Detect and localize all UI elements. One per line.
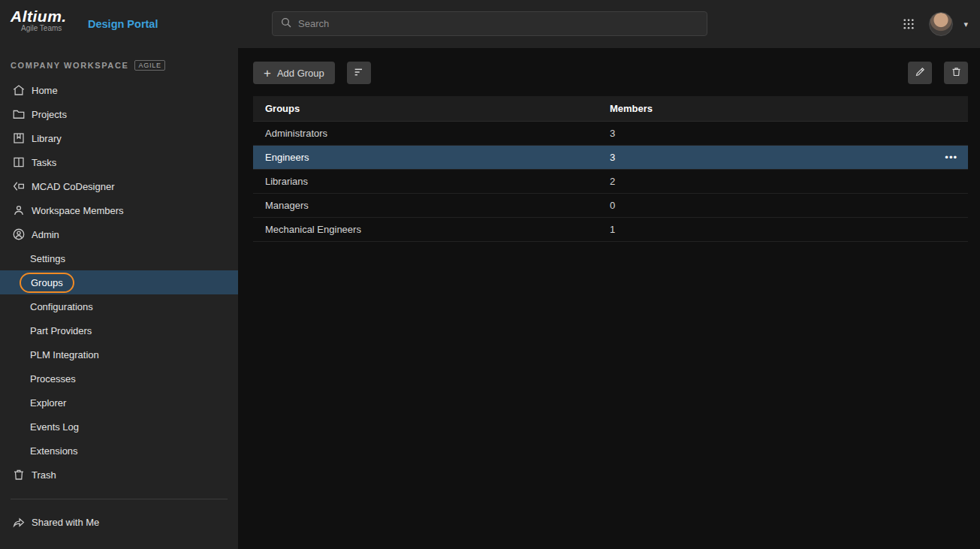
sidebar-item-label: Library: [32, 133, 62, 144]
sidebar-item-shared-with-me[interactable]: Shared with Me: [0, 510, 238, 534]
group-name-cell: Librarians: [253, 176, 610, 187]
sidebar-subitem-label: Configurations: [30, 301, 93, 312]
table-row[interactable]: Administrators 3: [253, 122, 968, 146]
search-bar[interactable]: [272, 11, 707, 36]
column-header-members: Members: [610, 103, 968, 114]
sidebar-item-groups[interactable]: Groups: [0, 270, 238, 294]
groups-toolbar: + Add Group: [238, 48, 980, 84]
sidebar-item-label: Home: [32, 85, 58, 96]
sidebar: COMPANY WORKSPACE AGILE Home Projects Li…: [0, 48, 238, 549]
home-icon: [11, 83, 26, 98]
pencil-icon: [915, 66, 926, 80]
sidebar-subitem-label: Groups: [31, 277, 63, 288]
group-name-cell: Administrators: [253, 128, 610, 139]
sidebar-item-settings[interactable]: Settings: [0, 246, 238, 270]
members-count-cell: 2: [610, 176, 968, 187]
mcad-icon: [11, 179, 26, 194]
sidebar-subitem-label: Settings: [30, 253, 65, 264]
apps-grid-icon[interactable]: [899, 14, 918, 34]
sidebar-item-extensions[interactable]: Extensions: [0, 439, 238, 463]
sidebar-item-label: Trash: [32, 469, 56, 481]
members-icon: [11, 204, 26, 218]
group-name-cell: Engineers: [253, 152, 610, 163]
table-row[interactable]: Managers 0: [253, 194, 968, 218]
groups-table: Groups Members Administrators 3 Engineer…: [253, 96, 968, 242]
sidebar-item-trash[interactable]: Trash: [0, 463, 238, 487]
sidebar-subitem-label: Events Log: [30, 421, 79, 433]
sidebar-item-plm-integration[interactable]: PLM Integration: [0, 342, 238, 367]
sidebar-subitem-label: Extensions: [30, 445, 78, 457]
chevron-down-icon[interactable]: ▾: [963, 20, 968, 29]
table-row[interactable]: Librarians 2: [253, 170, 968, 194]
logo-subtitle: Agile Teams: [21, 24, 67, 32]
search-icon: [280, 17, 292, 31]
group-name-cell: Mechanical Engineers: [253, 224, 610, 235]
plus-icon: +: [264, 67, 271, 80]
admin-icon: [11, 228, 26, 242]
sidebar-item-mcad-codesigner[interactable]: MCAD CoDesigner: [0, 174, 238, 198]
tasks-icon: [11, 155, 26, 170]
sidebar-item-home[interactable]: Home: [0, 78, 238, 102]
group-name-cell: Managers: [253, 200, 610, 211]
add-group-label: Add Group: [277, 68, 324, 79]
sort-icon: [353, 66, 365, 80]
topbar-right: ▾: [899, 0, 968, 48]
members-count-cell: 1: [610, 224, 968, 235]
members-count-cell: 3: [610, 128, 968, 139]
library-icon: [11, 131, 26, 146]
workspace-label: COMPANY WORKSPACE: [11, 61, 128, 70]
altium-logo[interactable]: Altium. Agile Teams: [11, 8, 67, 32]
table-header: Groups Members: [253, 96, 968, 122]
folder-icon: [11, 107, 26, 122]
workspace-header: COMPANY WORKSPACE AGILE: [0, 48, 238, 78]
workspace-badge: AGILE: [134, 60, 165, 71]
sidebar-item-label: Workspace Members: [32, 205, 124, 216]
topbar: Altium. Agile Teams Design Portal ▾: [0, 0, 980, 48]
table-row[interactable]: Mechanical Engineers 1: [253, 218, 968, 242]
sidebar-item-configurations[interactable]: Configurations: [0, 294, 238, 318]
sidebar-subitem-label: PLM Integration: [30, 349, 99, 360]
sidebar-item-library[interactable]: Library: [0, 126, 238, 150]
sidebar-item-label: Tasks: [32, 157, 56, 168]
delete-group-button[interactable]: [944, 62, 968, 84]
sidebar-item-label: MCAD CoDesigner: [32, 181, 115, 192]
table-row[interactable]: Engineers 3 •••: [253, 146, 968, 170]
main-content: + Add Group: [238, 48, 980, 549]
sidebar-divider: [11, 499, 228, 499]
column-header-groups: Groups: [253, 103, 610, 114]
members-count-cell: 0: [610, 200, 968, 211]
sidebar-item-projects[interactable]: Projects: [0, 102, 238, 126]
share-icon: [11, 515, 26, 529]
groups-annotation-highlight: Groups: [20, 273, 74, 293]
sidebar-subitem-label: Part Providers: [30, 325, 92, 336]
search-input[interactable]: [298, 18, 699, 29]
trash-icon: [951, 66, 962, 80]
sidebar-item-label: Admin: [32, 229, 59, 240]
add-group-button[interactable]: + Add Group: [253, 62, 335, 84]
sort-button[interactable]: [347, 62, 371, 84]
sidebar-item-label: Shared with Me: [32, 517, 99, 528]
sidebar-item-part-providers[interactable]: Part Providers: [0, 318, 238, 342]
sidebar-item-tasks[interactable]: Tasks: [0, 150, 238, 174]
edit-group-button[interactable]: [908, 62, 932, 84]
members-count-cell: 3: [610, 152, 945, 163]
logo-text: Altium.: [11, 8, 67, 25]
trash-icon: [11, 468, 26, 482]
sidebar-item-admin[interactable]: Admin: [0, 222, 238, 246]
sidebar-item-processes[interactable]: Processes: [0, 367, 238, 391]
sidebar-item-label: Projects: [32, 109, 67, 120]
design-portal-link[interactable]: Design Portal: [88, 0, 158, 48]
sidebar-subitem-label: Processes: [30, 373, 76, 385]
sidebar-subitem-label: Explorer: [30, 397, 66, 409]
sidebar-item-workspace-members[interactable]: Workspace Members: [0, 198, 238, 222]
sidebar-item-events-log[interactable]: Events Log: [0, 415, 238, 439]
avatar[interactable]: [929, 12, 953, 36]
sidebar-item-explorer[interactable]: Explorer: [0, 391, 238, 415]
row-actions-menu-icon[interactable]: •••: [945, 152, 968, 163]
